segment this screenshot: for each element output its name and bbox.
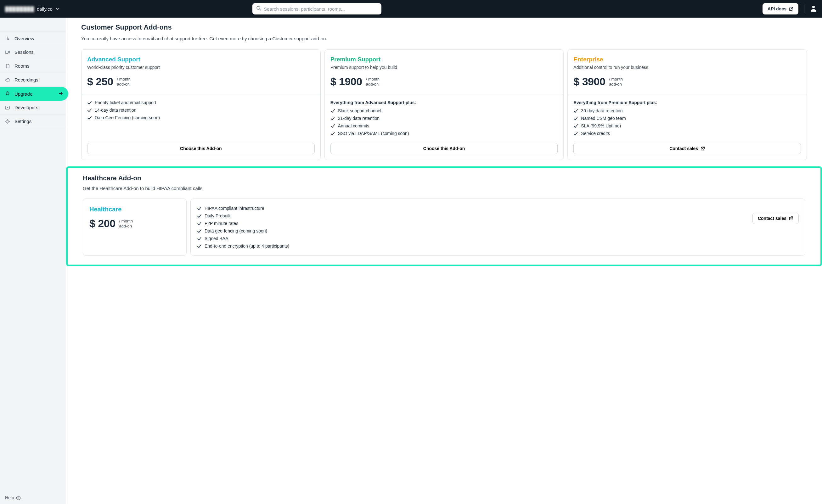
healthcare-desc: Get the Healthcare Add-on to build HIPAA… xyxy=(83,185,805,191)
check-icon xyxy=(87,108,92,113)
sidebar-item-label: Recordings xyxy=(14,77,38,82)
sidebar-item-upgrade[interactable]: Upgrade xyxy=(0,87,68,101)
check-icon xyxy=(331,124,335,128)
healthcare-features-card: HIPAA compliant infrastructure Daily Pre… xyxy=(190,198,805,256)
feature-item: Data Geo-Fencing (coming soon) xyxy=(87,115,315,120)
feature-item: Data geo-fencing (coming soon) xyxy=(197,228,746,233)
support-section-title: Customer Support Add-ons xyxy=(81,23,807,31)
plan-name: Enterprise xyxy=(573,56,801,63)
doc-icon xyxy=(5,64,10,69)
help-link[interactable]: Help xyxy=(5,495,21,500)
includes-prefix: Everything from Premium Support plus: xyxy=(573,100,801,105)
healthcare-price-card: Healthcare $ 200 / monthadd-on xyxy=(83,198,186,256)
api-docs-button[interactable]: API docs xyxy=(763,3,798,14)
topbar-right: API docs xyxy=(763,3,817,14)
plan-price-meta: / monthadd-on xyxy=(366,77,380,86)
choose-addon-button[interactable]: Choose this Add-on xyxy=(331,143,558,154)
healthcare-section: Healthcare Add-on Get the Healthcare Add… xyxy=(66,166,822,266)
feature-item: SLA (99.9% Uptime) xyxy=(573,123,801,128)
feature-item: 14-day data retention xyxy=(87,108,315,113)
arrow-right-icon xyxy=(58,91,63,97)
feature-item: Priority ticket and email support xyxy=(87,100,315,105)
check-icon xyxy=(331,116,335,121)
gear-icon xyxy=(5,119,10,124)
plan-subtitle: World-class priority customer support xyxy=(87,65,315,70)
plan-price-meta: / monthadd-on xyxy=(609,77,623,86)
check-icon xyxy=(87,116,92,120)
sidebar-item-rooms[interactable]: Rooms xyxy=(0,59,66,73)
external-link-icon xyxy=(701,146,705,151)
divider xyxy=(804,5,804,13)
sidebar-item-label: Settings xyxy=(14,119,31,124)
check-icon xyxy=(197,221,201,226)
feature-item: SSO via LDAP/SAML (coming soon) xyxy=(331,131,558,136)
feature-item: Named CSM geo team xyxy=(573,116,801,121)
video-icon xyxy=(5,50,10,55)
plan-subtitle: Premium support to help you build xyxy=(331,65,558,70)
sidebar-item-label: Sessions xyxy=(14,49,34,55)
feature-item: 21-day data retention xyxy=(331,116,558,121)
feature-item: Slack support channel xyxy=(331,108,558,113)
play-icon xyxy=(5,105,10,110)
plan-price-meta: / monthadd-on xyxy=(119,219,133,228)
plan-price: $ 200 xyxy=(89,217,115,230)
check-icon xyxy=(197,214,201,218)
plan-card-premium: Premium Support Premium support to help … xyxy=(325,49,564,160)
external-link-icon xyxy=(789,7,793,11)
choose-addon-button[interactable]: Choose this Add-on xyxy=(87,143,315,154)
check-icon xyxy=(331,131,335,136)
check-icon xyxy=(197,236,201,241)
bars-icon xyxy=(5,36,10,41)
feature-item: P2P minute rates xyxy=(197,221,746,226)
feature-item: Signed BAA xyxy=(197,236,746,241)
healthcare-title: Healthcare Add-on xyxy=(83,174,805,182)
check-icon xyxy=(197,206,201,211)
search-wrap xyxy=(253,3,381,14)
support-section-desc: You currently have access to email and c… xyxy=(81,36,807,41)
check-icon xyxy=(573,124,578,128)
feature-item: End-to-end encryption (up to 4 participa… xyxy=(197,243,746,248)
feature-list: Priority ticket and email support 14-day… xyxy=(87,100,315,120)
feature-list: HIPAA compliant infrastructure Daily Pre… xyxy=(197,206,746,248)
domain-name-blurred: ████████ xyxy=(5,6,34,12)
sidebar: Overview Sessions Rooms Recordings Upgra… xyxy=(0,18,66,504)
domain-switcher[interactable]: ████████daily.co xyxy=(5,6,59,12)
contact-sales-button[interactable]: Contact sales xyxy=(573,143,801,154)
main: Customer Support Add-ons You currently h… xyxy=(66,18,822,504)
check-icon xyxy=(573,109,578,113)
feature-item: Service credits xyxy=(573,131,801,136)
check-icon xyxy=(573,116,578,121)
chevron-down-icon xyxy=(55,7,59,11)
sidebar-item-overview[interactable]: Overview xyxy=(0,31,66,45)
sidebar-item-sessions[interactable]: Sessions xyxy=(0,45,66,59)
help-icon xyxy=(16,496,21,500)
plan-card-enterprise: Enterprise Additional control to run you… xyxy=(567,49,807,160)
sidebar-item-label: Overview xyxy=(14,36,34,41)
sidebar-item-developers[interactable]: Developers xyxy=(0,101,66,114)
feature-item: HIPAA compliant infrastructure xyxy=(197,206,746,211)
check-icon xyxy=(197,229,201,233)
plan-price: $ 3900 xyxy=(573,75,605,88)
search-input[interactable] xyxy=(253,3,381,14)
topbar: ████████daily.co API docs xyxy=(0,0,822,18)
sidebar-item-label: Upgrade xyxy=(14,91,33,97)
help-label: Help xyxy=(5,495,14,500)
sidebar-item-settings[interactable]: Settings xyxy=(0,114,66,128)
plan-subtitle: Additional control to run your business xyxy=(573,65,801,70)
plan-price: $ 1900 xyxy=(331,75,362,88)
user-menu[interactable] xyxy=(810,5,817,13)
plan-name: Premium Support xyxy=(331,56,558,63)
cloud-icon xyxy=(5,77,10,82)
plan-name: Advanced Support xyxy=(87,56,315,63)
sidebar-item-recordings[interactable]: Recordings xyxy=(0,73,66,87)
feature-item: Daily Prebuilt xyxy=(197,213,746,218)
check-icon xyxy=(573,131,578,136)
star-icon xyxy=(5,91,10,96)
includes-prefix: Everything from Advanced Support plus: xyxy=(331,100,558,105)
api-docs-label: API docs xyxy=(768,6,786,11)
contact-sales-button[interactable]: Contact sales xyxy=(753,213,799,224)
plan-name: Healthcare xyxy=(89,206,180,213)
feature-list: 30-day data retention Named CSM geo team… xyxy=(573,108,801,136)
support-plans-row: Advanced Support World-class priority cu… xyxy=(81,49,807,160)
check-icon xyxy=(331,109,335,113)
